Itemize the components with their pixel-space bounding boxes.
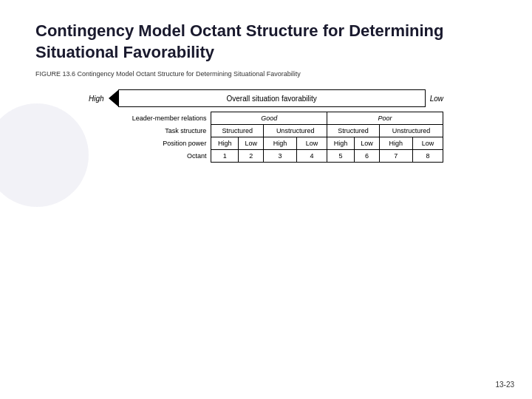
cell-octant-2: 2	[239, 150, 264, 163]
cell-low-3: Low	[355, 137, 380, 150]
label-position: Position power	[89, 137, 211, 150]
table-row-leader: Leader-member relations Good Poor	[89, 112, 443, 125]
label-leader: Leader-member relations	[89, 112, 211, 125]
arrow-box: Overall situation favorability	[118, 89, 426, 107]
figure-caption: FIGURE 13.6 Contingency Model Octant Str…	[35, 70, 497, 78]
cell-octant-4: 4	[297, 150, 327, 163]
cell-high-1: High	[211, 137, 239, 150]
cell-octant-8: 8	[412, 150, 443, 163]
arrow-left-icon	[109, 89, 119, 107]
cell-high-3: High	[327, 137, 355, 150]
page-title: Contingency Model Octant Structure for D…	[35, 21, 497, 63]
cell-structured-2: Structured	[327, 125, 380, 137]
octant-table: Leader-member relations Good Poor Task s…	[89, 112, 443, 163]
cell-octant-6: 6	[355, 150, 380, 163]
cell-low-2: Low	[297, 137, 327, 150]
arrow-center-text: Overall situation favorability	[226, 95, 316, 103]
cell-high-2: High	[264, 137, 297, 150]
label-octant: Octant	[89, 150, 211, 163]
label-task: Task structure	[89, 125, 211, 137]
cell-octant-3: 3	[264, 150, 297, 163]
cell-unstructured-2: Unstructured	[379, 125, 443, 137]
cell-octant-5: 5	[327, 150, 355, 163]
cell-octant-1: 1	[211, 150, 239, 163]
cell-structured-1: Structured	[211, 125, 264, 137]
cell-octant-7: 7	[379, 150, 412, 163]
arrow-low-label: Low	[430, 95, 443, 103]
page-number: 13-23	[495, 381, 514, 389]
cell-low-1: Low	[239, 137, 264, 150]
cell-unstructured-1: Unstructured	[264, 125, 327, 137]
table-row-position: Position power High Low High Low High Lo…	[89, 137, 443, 150]
table-row-task: Task structure Structured Unstructured S…	[89, 125, 443, 137]
arrow-high-label: High	[89, 95, 104, 103]
cell-low-4: Low	[412, 137, 443, 150]
cell-high-4: High	[379, 137, 412, 150]
arrow-row: High Overall situation favorability Low	[89, 89, 443, 107]
cell-good: Good	[211, 112, 327, 125]
diagram: High Overall situation favorability Low …	[35, 89, 497, 163]
table-row-octant: Octant 1 2 3 4 5 6 7 8	[89, 150, 443, 163]
cell-poor: Poor	[327, 112, 443, 125]
